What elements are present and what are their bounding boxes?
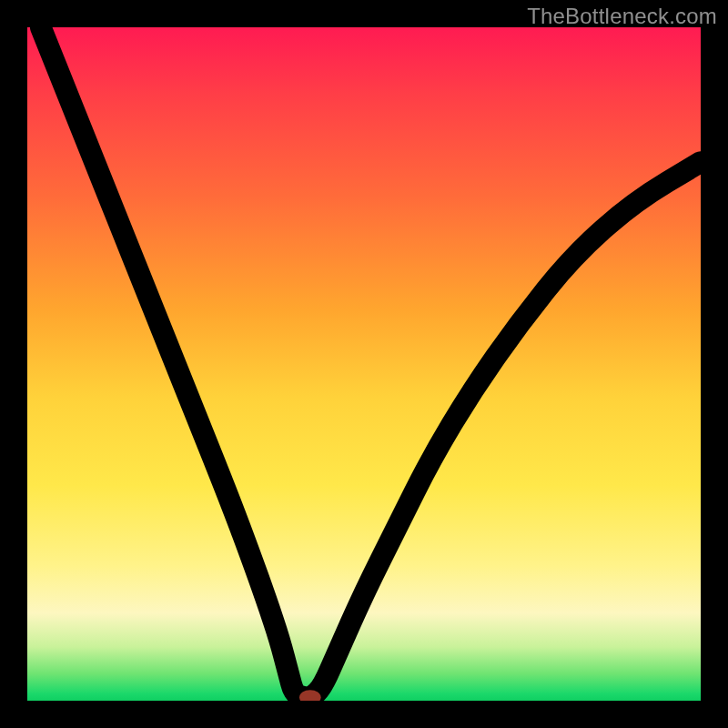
chart-frame: TheBottleneck.com xyxy=(0,0,728,728)
bottleneck-curve xyxy=(41,27,701,697)
curve-svg xyxy=(27,27,701,701)
watermark-text: TheBottleneck.com xyxy=(527,4,717,29)
plot-area xyxy=(27,27,701,701)
